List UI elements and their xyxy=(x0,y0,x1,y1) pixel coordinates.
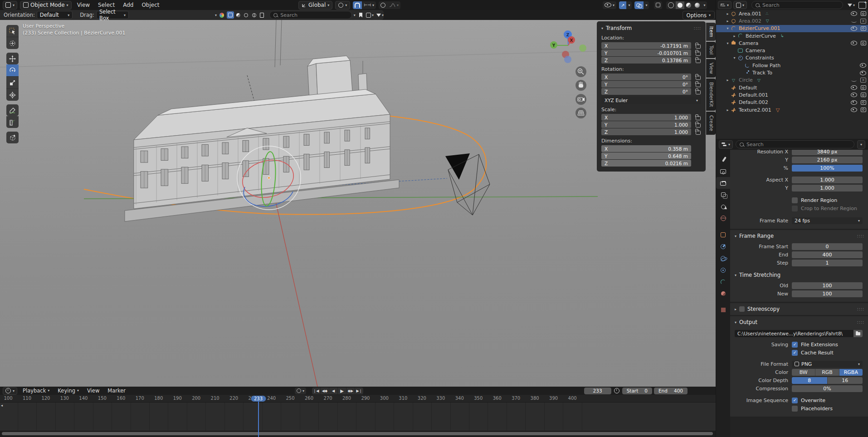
hide-viewport-eye-icon[interactable] xyxy=(851,108,857,112)
current-frame-badge[interactable]: 233 xyxy=(251,396,266,402)
tab-view[interactable]: View xyxy=(706,59,716,78)
hide-viewport-eye-icon[interactable] xyxy=(851,26,857,31)
chevron-down-icon[interactable]: ▾ xyxy=(731,56,737,60)
scale-tool[interactable] xyxy=(6,77,19,89)
tab-object-properties[interactable] xyxy=(716,229,730,241)
aspect-x-field[interactable]: 1.000 xyxy=(792,177,863,183)
disable-render-camera-icon[interactable] xyxy=(861,41,866,45)
outliner-row[interactable]: Default xyxy=(716,84,868,91)
lock-icon[interactable] xyxy=(696,116,701,120)
outliner-row[interactable]: Default.002 xyxy=(716,99,868,106)
expand-left-icon[interactable]: ◂ xyxy=(1,403,3,408)
shading-wireframe-button[interactable] xyxy=(666,1,676,9)
bookmark-icon[interactable] xyxy=(359,13,362,18)
lock-icon[interactable] xyxy=(696,52,701,56)
cache-result-checkbox[interactable]: ✓ xyxy=(792,350,798,356)
tab-scene-properties[interactable] xyxy=(716,201,730,212)
frame-end-prop-field[interactable]: 400 xyxy=(792,251,863,258)
menu-timeline-view[interactable]: View xyxy=(83,386,103,396)
depth-16-button[interactable]: 16 xyxy=(828,377,863,384)
exclude-render-icon[interactable]: × xyxy=(860,19,866,24)
rotate-tool[interactable] xyxy=(6,64,19,77)
outliner-row[interactable]: ▸BézierCurve↳ xyxy=(716,32,868,39)
properties-editor-type-button[interactable]: ▾ xyxy=(719,140,733,149)
frame-range-panel-header[interactable]: ▾Frame Range:::: xyxy=(730,232,868,240)
tab-output-properties[interactable] xyxy=(716,177,730,189)
next-keyframe-button[interactable]: ◆▶ xyxy=(346,388,355,394)
tab-blenderkit[interactable]: BlenderKit xyxy=(706,79,716,111)
outliner-row[interactable]: ▸Area.002▽× xyxy=(716,17,868,25)
file-format-dropdown[interactable]: PNG▾ xyxy=(792,361,863,368)
gizmos-toggle[interactable]: ↗ xyxy=(619,1,626,9)
tab-object-data-properties[interactable] xyxy=(716,276,730,288)
shading-dropdown[interactable]: ▾ xyxy=(702,1,707,9)
chevron-down-icon[interactable]: ▾ xyxy=(725,26,731,30)
disable-render-camera-icon[interactable] xyxy=(861,108,866,112)
location-x-field[interactable]: X-0.17191 m xyxy=(601,42,691,49)
closed-eye-icon[interactable] xyxy=(851,79,857,82)
snap-settings-dropdown[interactable]: ⊢⊣▾ xyxy=(362,1,376,9)
resolution-x-field[interactable]: 3840 px xyxy=(792,150,863,155)
tab-texture-properties[interactable] xyxy=(716,304,730,316)
frame-end-field[interactable]: End400 xyxy=(654,388,688,394)
placeholders-checkbox[interactable] xyxy=(792,406,798,412)
tab-constraint-properties[interactable] xyxy=(716,264,730,276)
outliner-filter-mode-dropdown[interactable]: ▾ xyxy=(733,1,747,9)
play-button[interactable]: ▶ xyxy=(338,388,346,394)
hide-viewport-eye-icon[interactable] xyxy=(851,100,857,105)
disable-render-camera-icon[interactable] xyxy=(861,11,866,16)
asset-view-dropdown[interactable]: ▾ xyxy=(366,13,374,18)
tab-item[interactable]: Item xyxy=(706,23,716,41)
add-cube-tool[interactable] xyxy=(6,132,19,143)
mode-dropdown[interactable]: Object Mode ▾ xyxy=(20,1,72,10)
crop-render-region-checkbox[interactable] xyxy=(792,206,798,211)
menu-view[interactable]: View xyxy=(73,0,94,10)
output-path-field[interactable]: C:\Users\nineteentwe...y\Renderings\Fahr… xyxy=(735,330,853,337)
frame-start-field[interactable]: Start0 xyxy=(622,388,652,394)
rotation-y-field[interactable]: Y0° xyxy=(601,81,691,88)
shading-rendered-button[interactable] xyxy=(693,1,702,9)
menu-playback[interactable]: Playback▾ xyxy=(19,386,54,396)
scale-x-field[interactable]: X1.000 xyxy=(601,114,691,121)
resolution-y-field[interactable]: 2160 px xyxy=(792,157,863,163)
options-dropdown[interactable]: Options ▾ xyxy=(683,11,715,20)
timeline-horizontal-scrollbar[interactable] xyxy=(2,432,713,435)
select-box-tool[interactable] xyxy=(6,25,19,37)
visibility-dropdown[interactable]: ▾ xyxy=(603,1,616,9)
rotation-z-field[interactable]: Z0° xyxy=(601,88,691,95)
disable-render-camera-icon[interactable] xyxy=(861,85,866,90)
hide-viewport-eye-icon[interactable] xyxy=(860,71,866,75)
hide-viewport-eye-icon[interactable] xyxy=(851,41,857,45)
properties-options-dropdown[interactable]: ▾ xyxy=(857,140,865,149)
lock-icon[interactable] xyxy=(696,123,701,128)
annotate-tool[interactable] xyxy=(6,104,19,116)
shading-material-button[interactable] xyxy=(684,1,693,9)
location-y-field[interactable]: Y-0.010701 m xyxy=(601,49,691,56)
dimensions-x-field[interactable]: X0.358 m xyxy=(601,145,691,152)
tab-modifier-properties[interactable] xyxy=(716,241,730,252)
closed-eye-icon[interactable] xyxy=(851,20,857,23)
snap-toggle[interactable] xyxy=(353,1,362,9)
menu-object[interactable]: Object xyxy=(137,0,163,10)
prev-keyframe-button[interactable]: ◀◆ xyxy=(321,388,329,394)
tab-create[interactable]: Create xyxy=(706,112,716,135)
tab-render-properties[interactable] xyxy=(716,165,730,177)
disable-render-camera-icon[interactable] xyxy=(861,93,866,97)
outliner-row[interactable]: ▾BézierCurve.001 xyxy=(716,25,868,32)
scale-z-field[interactable]: Z1.000 xyxy=(601,128,691,135)
tab-material-properties[interactable] xyxy=(716,288,730,300)
color-bw-button[interactable]: BW xyxy=(792,369,815,376)
lock-icon[interactable] xyxy=(696,76,701,80)
play-reverse-button[interactable]: ◀ xyxy=(329,388,338,394)
lock-icon[interactable] xyxy=(696,131,701,135)
filter-dropdown[interactable]: ▾ xyxy=(376,13,384,17)
output-panel-header[interactable]: ▾Output:::: xyxy=(730,318,868,326)
chevron-right-icon[interactable]: ▸ xyxy=(731,34,737,38)
xray-toggle[interactable] xyxy=(654,1,662,9)
chevron-down-icon[interactable]: ▾ xyxy=(354,13,356,17)
disable-render-camera-icon[interactable] xyxy=(861,100,866,105)
stereoscopy-checkbox[interactable] xyxy=(739,306,745,312)
color-rgb-button[interactable]: RGB xyxy=(815,369,839,376)
render-region-checkbox[interactable] xyxy=(792,197,798,203)
blenderkit-search-input[interactable]: Search xyxy=(269,11,351,19)
